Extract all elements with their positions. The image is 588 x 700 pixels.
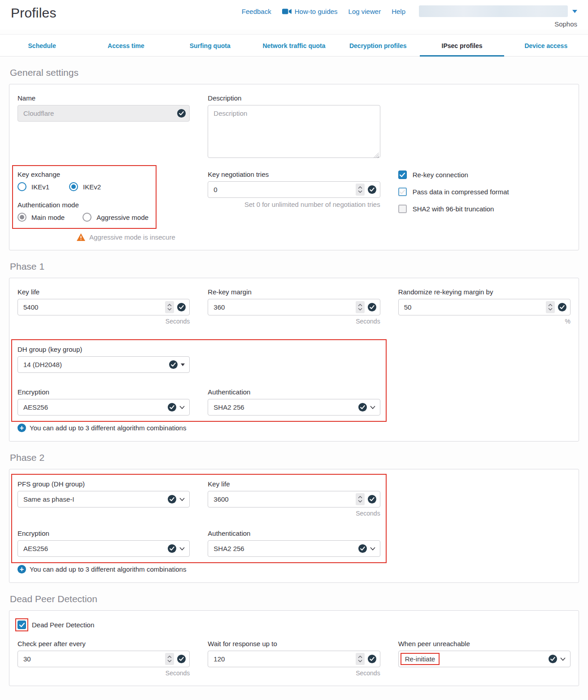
plus-circle-icon[interactable]: +: [17, 424, 26, 432]
tab-access-time[interactable]: Access time: [84, 35, 168, 56]
tab-decryption-profiles[interactable]: Decryption profiles: [336, 35, 420, 56]
dpd-check-peer-input[interactable]: [17, 651, 190, 667]
p2-key-life-input[interactable]: [208, 491, 380, 508]
stepper-icon[interactable]: [356, 301, 365, 313]
p1-encryption-select[interactable]: AES256: [17, 399, 190, 416]
plus-circle-icon[interactable]: +: [17, 565, 26, 573]
p2-algorithm-note: + You can add up to 3 different algorith…: [17, 565, 571, 573]
tab-schedule[interactable]: Schedule: [0, 35, 84, 56]
valid-check-icon: [549, 655, 557, 663]
chevron-down-icon: [179, 498, 185, 501]
annotation-box-key-exchange: Key exchange IKEv1 IKEv2 Authentication …: [12, 165, 157, 229]
dropdown-caret-icon: [181, 363, 185, 366]
checkbox-sha2-truncation[interactable]: SHA2 with 96-bit truncation: [398, 205, 571, 213]
p1-randomize-input[interactable]: [398, 299, 571, 315]
p2-key-life-group: Key life: [208, 480, 380, 517]
p2-encryption-group: Encryption AES256: [17, 529, 190, 557]
dpd-wait-response-input[interactable]: [208, 651, 380, 667]
valid-check-icon: [358, 544, 367, 553]
p2-authentication-select[interactable]: SHA2 256: [208, 540, 380, 557]
account-selector[interactable]: [419, 5, 568, 17]
dpd-check-peer-group: Check peer after every Seconds: [17, 640, 190, 677]
general-settings-heading: General settings: [10, 67, 579, 78]
valid-check-icon: [368, 655, 376, 663]
p2-pfs-group: PFS group (DH group) Same as phase-I: [17, 480, 190, 517]
p1-authentication-group: Authentication SHA2 256: [208, 388, 380, 416]
name-label: Name: [17, 94, 190, 102]
stepper-icon[interactable]: [165, 301, 174, 313]
p1-randomize-group: Randomize re-keying margin by %: [398, 288, 571, 325]
checkbox-dead-peer-detection[interactable]: Dead Peer Detection: [17, 621, 571, 629]
checkbox-unchecked-disabled-icon: [398, 205, 407, 213]
phase1-heading: Phase 1: [10, 261, 579, 272]
page-title: Profiles: [11, 5, 57, 21]
annotation-box-dpd-checkbox: [15, 618, 28, 631]
stepper-icon[interactable]: [356, 653, 365, 665]
radio-main-mode[interactable]: Main mode: [17, 213, 65, 222]
p2-authentication-group: Authentication SHA2 256: [208, 529, 380, 557]
stepper-icon[interactable]: [165, 653, 174, 665]
key-negotiation-input[interactable]: [208, 181, 380, 198]
radio-unselected-disabled-icon: [83, 213, 91, 222]
tab-device-access[interactable]: Device access: [504, 35, 588, 56]
key-negotiation-group: Key negotiation tries Set 0 for unlimite…: [208, 171, 380, 241]
header-right: Feedback How-to guides Log viewer Help S…: [242, 5, 577, 28]
valid-check-icon: [168, 403, 176, 411]
p2-encryption-select[interactable]: AES256: [17, 540, 190, 557]
p1-rekey-margin-input[interactable]: [208, 299, 380, 315]
stepper-icon[interactable]: [356, 493, 365, 505]
p1-key-life-input[interactable]: [17, 299, 190, 315]
valid-check-icon: [558, 303, 566, 311]
description-textarea[interactable]: [208, 105, 380, 158]
log-viewer-link[interactable]: Log viewer: [348, 8, 381, 15]
howto-guides-link[interactable]: How-to guides: [282, 8, 338, 15]
dpd-card: Dead Peer Detection Check peer after eve…: [9, 610, 579, 686]
annotation-box-phase2-algorithms: PFS group (DH group) Same as phase-I: [11, 474, 387, 563]
radio-ikev2[interactable]: IKEv2: [69, 182, 101, 191]
p1-dh-group-select[interactable]: 14 (DH2048): [17, 356, 190, 373]
chevron-down-icon: [572, 10, 577, 13]
p1-algorithm-note: + You can add up to 3 different algorith…: [17, 424, 571, 432]
valid-check-icon: [177, 303, 186, 311]
checkbox-unchecked-icon: [398, 188, 407, 196]
name-input[interactable]: [17, 105, 190, 122]
chevron-down-icon: [370, 406, 375, 409]
chevron-down-icon: [560, 657, 566, 661]
tab-network-traffic-quota[interactable]: Network traffic quota: [252, 35, 336, 56]
aggressive-warning-text: Aggressive mode is insecure: [89, 233, 175, 241]
valid-check-icon: [168, 495, 176, 503]
valid-check-icon: [368, 495, 376, 503]
valid-check-icon: [169, 360, 178, 369]
dpd-heading: Dead Peer Detection: [10, 594, 579, 604]
p1-dh-group: DH group (key group) 14 (DH2048): [17, 346, 190, 373]
valid-check-icon: [168, 544, 176, 553]
name-field-group: Name: [17, 94, 190, 160]
checkbox-rekey-connection[interactable]: Re-key connection: [398, 171, 571, 179]
checkbox-checked-icon: [398, 171, 407, 179]
dpd-peer-unreachable-group: When peer unreachable Re-initiate: [398, 640, 571, 677]
phase1-card: Key life Seconds Re-ke: [9, 278, 579, 442]
key-negotiation-label: Key negotiation tries: [208, 171, 380, 178]
radio-aggressive-mode[interactable]: Aggressive mode: [83, 213, 148, 222]
chevron-down-icon: [179, 406, 185, 409]
general-settings-card: Name Description: [9, 84, 579, 250]
stepper-icon[interactable]: [546, 301, 555, 313]
feedback-link[interactable]: Feedback: [242, 8, 271, 15]
radio-ikev1[interactable]: IKEv1: [17, 182, 49, 191]
p1-authentication-select[interactable]: SHA2 256: [208, 399, 380, 416]
dpd-wait-response-group: Wait for response up to Seconds: [208, 640, 380, 677]
stepper-icon[interactable]: [356, 184, 365, 196]
warning-triangle-icon: [77, 233, 85, 241]
p1-encryption-group: Encryption AES256: [17, 388, 190, 416]
p1-rekey-margin-group: Re-key margin Seconds: [208, 288, 380, 325]
p2-pfs-group-select[interactable]: Same as phase-I: [17, 491, 190, 508]
key-exchange-label: Key exchange: [17, 171, 148, 178]
annotation-box-reinitiate: Re-initiate: [401, 653, 440, 665]
dpd-peer-unreachable-select[interactable]: Re-initiate: [398, 651, 571, 667]
checkbox-compressed-format[interactable]: Pass data in compressed format: [398, 188, 571, 196]
help-link[interactable]: Help: [392, 8, 405, 15]
key-exchange-group: Key exchange IKEv1 IKEv2 Authentication …: [17, 171, 190, 241]
valid-check-icon: [358, 403, 367, 411]
tab-ipsec-profiles[interactable]: IPsec profiles: [420, 35, 504, 56]
tab-surfing-quota[interactable]: Surfing quota: [168, 35, 252, 56]
